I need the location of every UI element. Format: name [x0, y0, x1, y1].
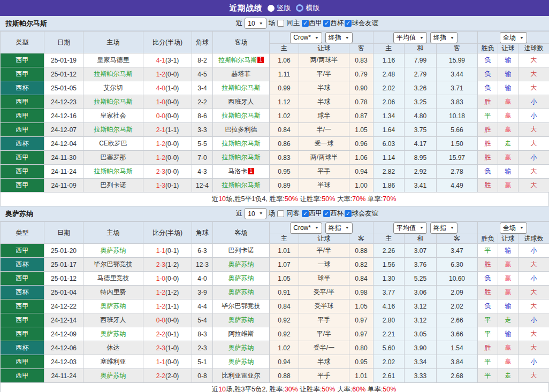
- corner-count: 12-3: [192, 258, 213, 272]
- score-cell: 1-3(0-1): [143, 179, 192, 193]
- layout-radio-horizontal[interactable]: 横版: [296, 3, 320, 13]
- home-team: 马德里竞技: [83, 272, 143, 286]
- avg-stage-select[interactable]: 终指▼: [430, 32, 458, 43]
- home-team: 毕尔巴鄂竞技: [83, 258, 143, 272]
- avg-stage-select[interactable]: 终指▼: [430, 222, 458, 234]
- league-checkbox[interactable]: ✓: [345, 20, 352, 27]
- sub-header-goals-result: 进球数: [518, 44, 549, 53]
- avg-select-cell: 平均值▼ 终指▼: [373, 32, 478, 44]
- odds-handicap: 两/两球半: [299, 151, 349, 165]
- league-checkbox[interactable]: ✓: [323, 210, 330, 217]
- result-goals: 小: [518, 355, 549, 369]
- corner-count: 5-1: [192, 355, 213, 369]
- scope-select[interactable]: 全场▼: [500, 32, 527, 43]
- radio-unselected-icon[interactable]: [296, 4, 303, 12]
- scope-select[interactable]: 全场▼: [500, 222, 527, 234]
- avg-draw: 3.41: [405, 179, 437, 193]
- league-checkbox[interactable]: ✓: [302, 210, 309, 217]
- same-venue-checkbox[interactable]: [277, 210, 284, 217]
- avg-select-cell: 平均值▼ 终指▼: [373, 222, 478, 234]
- odds-home: 1.01: [270, 244, 299, 258]
- odds-source-select[interactable]: Crow*▼: [290, 222, 322, 234]
- away-team: 马洛卡1: [213, 165, 270, 179]
- same-venue-checkbox[interactable]: [277, 20, 284, 27]
- match-date: 24-12-22: [44, 299, 83, 313]
- odds-handicap: 一球: [299, 258, 349, 272]
- odds-handicap: 平/半: [299, 327, 349, 341]
- avg-source-select[interactable]: 平均值▼: [393, 32, 427, 43]
- odds-source-select[interactable]: Crow*▼: [290, 32, 322, 43]
- result-goals: 小: [518, 244, 549, 258]
- match-date: 24-12-14: [44, 313, 83, 327]
- away-team: 阿拉维斯: [213, 327, 270, 341]
- home-team: 奥萨苏纳: [83, 369, 143, 383]
- league-checkbox-label: 球会友谊: [352, 209, 378, 218]
- league-type-cell: 西甲: [1, 327, 44, 341]
- games-count-select[interactable]: 10▼: [245, 18, 266, 29]
- league-checkbox[interactable]: ✓: [302, 20, 309, 27]
- avg-away: 10.60: [437, 272, 478, 286]
- result-winloss: 平: [478, 313, 498, 327]
- away-team: 拉斯帕尔马斯: [213, 151, 270, 165]
- matches-table: 类型 日期 主场 比分(半场) 角球 客场 Crow*▼ 终指▼ 平均值: [0, 31, 549, 193]
- result-handicap: 赢: [498, 272, 518, 286]
- league-checkbox[interactable]: ✓: [345, 210, 352, 217]
- match-date: 24-12-06: [44, 341, 83, 355]
- avg-draw: 8.95: [405, 151, 437, 165]
- avg-home: 1.56: [373, 258, 405, 272]
- league-checkbox-label: 西杯: [330, 209, 344, 218]
- league-checkbox[interactable]: ✓: [323, 20, 330, 27]
- result-winloss: 胜: [478, 123, 498, 137]
- table-row: 西甲 24-12-16 皇家社会 0-0(0-0) 8-6 拉斯帕尔马斯 1.0…: [1, 109, 549, 123]
- result-goals: 大: [518, 286, 549, 299]
- same-venue-label: 同客: [286, 209, 300, 218]
- sub-header-odds-home: 主: [270, 44, 299, 53]
- away-team: 奥萨苏纳: [213, 313, 270, 327]
- table-row: 西甲 25-01-20 奥萨苏纳 1-1(0-1) 6-3 巴列卡诺 1.01 …: [1, 244, 549, 258]
- col-header-away: 客场: [213, 222, 270, 244]
- odds-handicap: 球半: [299, 272, 349, 286]
- match-date: 25-01-12: [44, 67, 83, 81]
- sub-header-odds-away: 客: [349, 234, 373, 244]
- league-type-cell: 西杯: [1, 137, 44, 151]
- avg-away: 3.66: [437, 327, 478, 341]
- home-team: 特内里费: [83, 286, 143, 299]
- matches-body: 西甲 25-01-19 皇家马德里 4-1(3-1) 8-2 拉斯帕尔马斯1 1…: [1, 53, 549, 193]
- avg-away: 15.99: [437, 53, 478, 67]
- home-team: 拉斯帕尔马斯: [83, 67, 143, 81]
- odds-stage-select[interactable]: 终指▼: [325, 32, 353, 43]
- avg-source-select[interactable]: 平均值▼: [393, 222, 427, 234]
- section-filter-bar: 拉斯帕尔马斯 近 10▼ 场 同主 ✓西甲✓西杯✓球会友谊: [0, 16, 549, 31]
- corner-count: 4-4: [192, 299, 213, 313]
- league-type-cell: 西甲: [1, 165, 44, 179]
- table-row: 西甲 24-12-23 拉斯帕尔马斯 1-0(0-0) 2-2 西班牙人 1.1…: [1, 95, 549, 109]
- result-goals: 大: [518, 258, 549, 272]
- result-winloss: 平: [478, 355, 498, 369]
- odds-handicap: 受半/一: [299, 341, 349, 355]
- avg-draw: 3.75: [405, 123, 437, 137]
- avg-away: 3.47: [437, 244, 478, 258]
- odds-away: 0.97: [349, 313, 373, 327]
- odds-home: 0.95: [270, 165, 299, 179]
- odds-home: 0.99: [270, 81, 299, 95]
- result-handicap: 赢: [498, 258, 518, 272]
- score-cell: 1-2(0-0): [143, 151, 192, 165]
- score-cell: 1-1(0-0): [143, 355, 192, 369]
- layout-radio-vertical[interactable]: 竖版: [268, 3, 291, 13]
- radio-selected-icon[interactable]: [268, 5, 274, 12]
- result-goals: 大: [518, 341, 549, 355]
- score-cell: 0-0(0-0): [143, 313, 192, 327]
- games-count-select[interactable]: 10▼: [245, 208, 266, 219]
- away-team: 拉斯帕尔马斯: [213, 109, 270, 123]
- league-type-cell: 西甲: [1, 244, 44, 258]
- avg-away: 2.66: [437, 313, 478, 327]
- table-row: 西甲 24-11-30 巴塞罗那 1-2(0-0) 7-0 拉斯帕尔马斯 0.8…: [1, 151, 549, 165]
- table-row: 西甲 24-12-03 塞维利亚 1-1(0-0) 5-1 奥萨苏纳 0.94 …: [1, 355, 549, 369]
- match-date: 25-01-19: [44, 53, 83, 67]
- corner-count: 3-3: [192, 123, 213, 137]
- odds-stage-select[interactable]: 终指▼: [325, 222, 353, 234]
- result-winloss: 胜: [478, 258, 498, 272]
- odds-home: 1.02: [270, 341, 299, 355]
- result-winloss: 平: [478, 244, 498, 258]
- league-type-cell: 西甲: [1, 95, 44, 109]
